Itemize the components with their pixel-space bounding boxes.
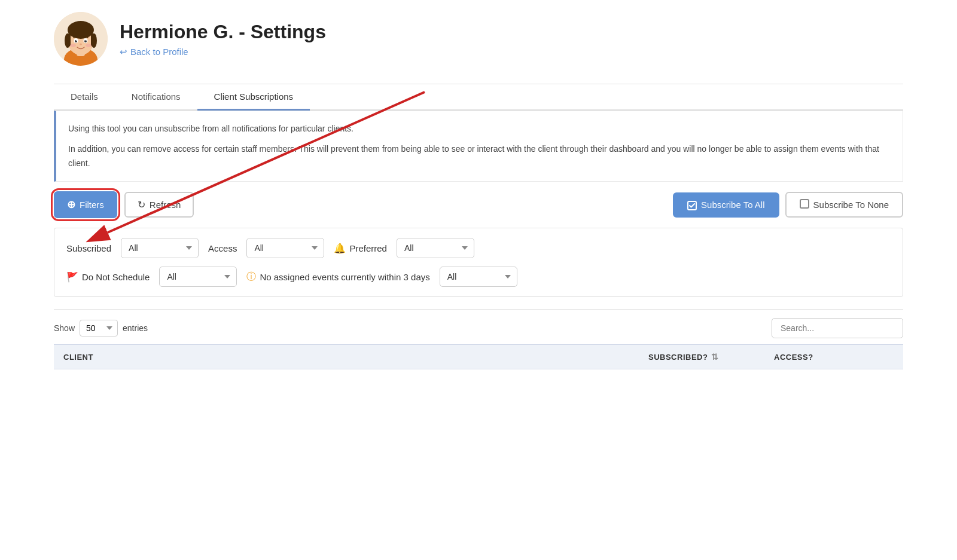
tabs-container: Details Notifications Client Subscriptio…	[54, 84, 903, 111]
filter-section: Subscribed All Access All 🔔 Preferred Al…	[54, 228, 903, 297]
access-label: Access	[208, 243, 237, 253]
entries-left: Show 50 25 10 100 entries	[54, 320, 148, 336]
preferred-select[interactable]: All	[397, 238, 474, 258]
toolbar-right: Subscribe To All Subscribe To None	[673, 192, 903, 218]
bell-icon: 🔔	[334, 243, 346, 254]
subscribed-label: Subscribed	[66, 243, 111, 253]
refresh-icon: ↻	[138, 199, 145, 210]
svg-point-13	[76, 40, 77, 41]
subscribe-all-label: Subscribe To All	[701, 200, 764, 210]
th-subscribed: SUBSCRIBED? ⇅	[648, 352, 768, 362]
svg-rect-8	[91, 33, 96, 47]
svg-point-17	[86, 44, 92, 47]
info-line-2: In addition, you can remove access for c…	[68, 142, 891, 171]
preferred-label: 🔔 Preferred	[334, 243, 387, 254]
info-box: Using this tool you can unsubscribe from…	[54, 111, 903, 182]
th-subscribed-label: SUBSCRIBED?	[648, 353, 708, 362]
filter-row-2: 🚩 Do Not Schedule All ⓘ No assigned even…	[66, 267, 891, 287]
entries-select[interactable]: 50 25 10 100	[80, 320, 118, 336]
th-access-label: ACCESS?	[774, 353, 813, 362]
subscribe-all-button[interactable]: Subscribe To All	[673, 192, 779, 218]
back-to-profile-link[interactable]: ↩ Back to Profile	[120, 47, 326, 57]
th-access: ACCESS?	[774, 352, 894, 362]
do-not-schedule-label: 🚩 Do Not Schedule	[66, 271, 150, 283]
tab-details[interactable]: Details	[54, 84, 115, 111]
filters-button[interactable]: ⊕ Filters	[54, 191, 117, 218]
svg-point-15	[80, 44, 82, 45]
refresh-button[interactable]: ↻ Refresh	[124, 192, 194, 218]
th-client: CLIENT	[63, 352, 642, 362]
svg-point-4	[68, 21, 94, 39]
table-controls: Show 50 25 10 100 entries	[54, 309, 903, 344]
filters-button-container: ⊕ Filters	[54, 191, 117, 218]
subscribe-none-box-icon	[800, 199, 809, 210]
no-assigned-label: ⓘ No assigned events currently within 3 …	[246, 271, 429, 283]
circle-info-icon: ⓘ	[246, 271, 256, 283]
toolbar: ⊕ Filters ↻ Refresh S	[54, 182, 903, 228]
table-header: CLIENT SUBSCRIBED? ⇅ ACCESS?	[54, 344, 903, 369]
refresh-label: Refresh	[150, 200, 181, 210]
back-to-profile-label: Back to Profile	[130, 47, 188, 57]
th-client-label: CLIENT	[63, 353, 93, 362]
subscribe-none-label: Subscribe To None	[813, 200, 889, 210]
subscribe-all-check-icon	[687, 200, 697, 210]
svg-point-14	[86, 40, 87, 41]
svg-rect-7	[66, 33, 71, 47]
page-header: Hermione G. - Settings ↩ Back to Profile	[54, 12, 903, 66]
toolbar-area: ⊕ Filters ↻ Refresh S	[54, 182, 903, 228]
tab-client-subscriptions[interactable]: Client Subscriptions	[197, 84, 310, 111]
filter-row-1: Subscribed All Access All 🔔 Preferred Al…	[66, 238, 891, 258]
show-label: Show	[54, 323, 75, 333]
access-select[interactable]: All	[246, 238, 324, 258]
svg-point-16	[70, 44, 76, 47]
filters-label: Filters	[80, 200, 104, 210]
filters-icon: ⊕	[67, 198, 75, 211]
back-arrow-icon: ↩	[120, 47, 127, 57]
entries-label: entries	[123, 323, 148, 333]
tab-notifications[interactable]: Notifications	[115, 84, 197, 111]
header-text: Hermione G. - Settings ↩ Back to Profile	[120, 21, 326, 57]
search-input[interactable]	[772, 318, 903, 338]
sort-arrows-icon[interactable]: ⇅	[711, 352, 719, 362]
avatar	[54, 12, 108, 66]
subscribed-select[interactable]: All	[121, 238, 199, 258]
do-not-schedule-select[interactable]: All	[159, 267, 237, 287]
page-title: Hermione G. - Settings	[120, 21, 326, 43]
info-line-1: Using this tool you can unsubscribe from…	[68, 122, 891, 136]
no-assigned-select[interactable]: All	[440, 267, 517, 287]
flag-icon: 🚩	[66, 271, 78, 283]
subscribe-none-button[interactable]: Subscribe To None	[785, 192, 903, 218]
